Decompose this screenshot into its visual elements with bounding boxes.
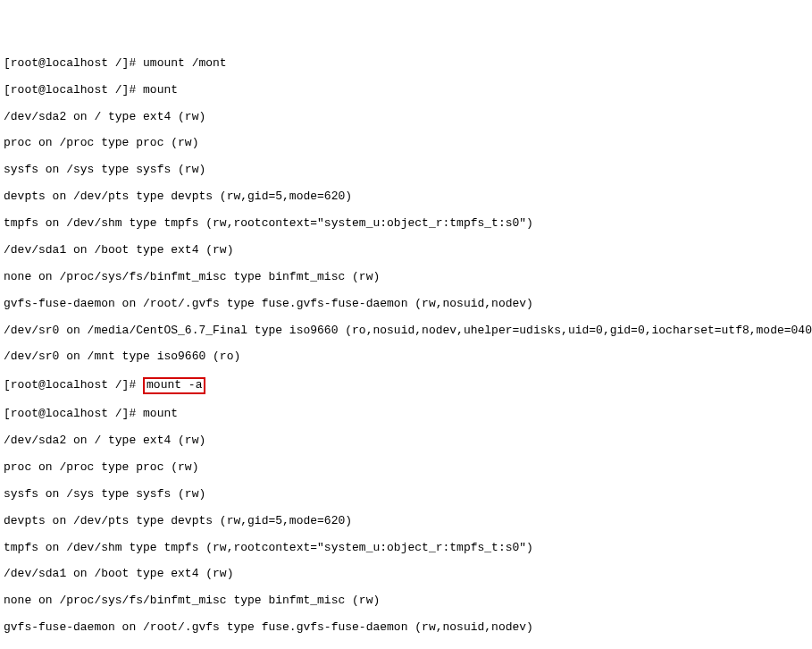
terminal-line: proc on /proc type proc (rw)	[4, 461, 808, 475]
terminal-line: [root@localhost /]# mount	[4, 408, 808, 421]
prompt: [root@localhost /]#	[4, 378, 143, 392]
terminal-line: gvfs-fuse-daemon on /root/.gvfs type fus…	[4, 298, 808, 311]
terminal-line: none on /proc/sys/fs/binfmt_misc type bi…	[4, 594, 808, 608]
terminal-line: /dev/sr0 on /mnt type iso9660 (ro)	[4, 350, 808, 364]
terminal-line: devpts on /dev/pts type devpts (rw,gid=5…	[4, 190, 808, 204]
terminal-line: devpts on /dev/pts type devpts (rw,gid=5…	[4, 515, 808, 528]
terminal-line: /dev/sda1 on /boot type ext4 (rw)	[4, 244, 808, 257]
terminal-line: /dev/sr0 on /media/CentOS_6.7_Final type…	[4, 324, 808, 338]
terminal-line: [root@localhost /]# mount	[4, 84, 808, 97]
terminal-line: /dev/sda2 on / type ext4 (rw)	[4, 434, 808, 448]
terminal-line: sysfs on /sys type sysfs (rw)	[4, 164, 808, 177]
highlight-mount-a: mount -a	[143, 377, 205, 394]
terminal-line: gvfs-fuse-daemon on /root/.gvfs type fus…	[4, 621, 808, 635]
terminal-line: none on /proc/sys/fs/binfmt_misc type bi…	[4, 271, 808, 284]
terminal-line: /dev/sda1 on /boot type ext4 (rw)	[4, 568, 808, 581]
terminal-line: sysfs on /sys type sysfs (rw)	[4, 488, 808, 502]
terminal-line: proc on /proc type proc (rw)	[4, 137, 808, 150]
terminal-line: /dev/sda2 on / type ext4 (rw)	[4, 111, 808, 124]
terminal-line: tmpfs on /dev/shm type tmpfs (rw,rootcon…	[4, 217, 808, 231]
terminal-line: [root@localhost /]# umount /mont	[4, 57, 808, 71]
terminal-line: [root@localhost /]# mount -a	[4, 377, 808, 394]
terminal-line: tmpfs on /dev/shm type tmpfs (rw,rootcon…	[4, 542, 808, 555]
